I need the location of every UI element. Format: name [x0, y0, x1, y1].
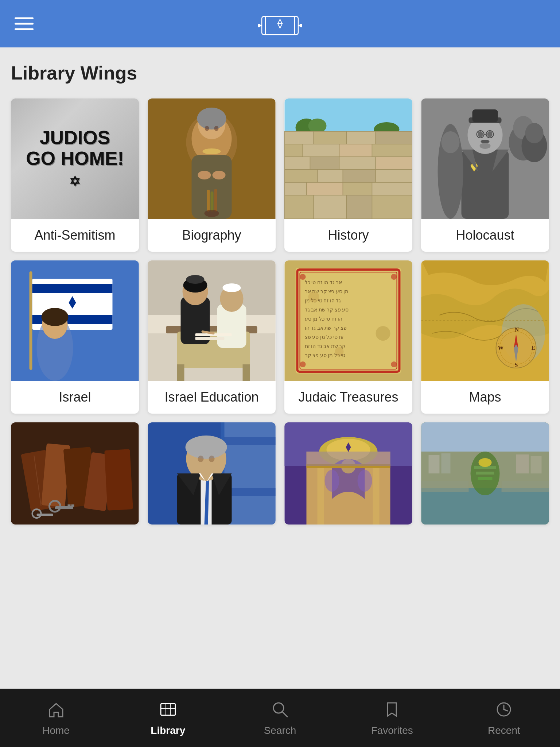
- svg-rect-22: [214, 189, 217, 212]
- svg-text:פצ קר שת אב גד הו: פצ קר שת אב גד הו: [305, 325, 347, 331]
- svg-rect-154: [225, 422, 276, 525]
- card-image-row3-4: [421, 422, 549, 525]
- svg-rect-31: [347, 131, 376, 144]
- card-image-anti-semitism: JUDIOSGO HOME!✡: [11, 98, 139, 219]
- app-logo: [258, 9, 302, 38]
- svg-point-160: [198, 456, 204, 462]
- svg-marker-4: [278, 24, 282, 28]
- menu-button[interactable]: [15, 18, 34, 30]
- svg-rect-147: [71, 504, 74, 507]
- svg-point-17: [214, 126, 219, 131]
- svg-rect-42: [318, 170, 343, 182]
- svg-point-16: [205, 126, 209, 131]
- svg-rect-43: [343, 170, 376, 182]
- card-israel-education[interactable]: Israel Education: [148, 260, 276, 414]
- svg-rect-40: [376, 157, 412, 170]
- svg-point-118: [300, 361, 306, 367]
- svg-point-57: [525, 123, 544, 143]
- card-biography[interactable]: Biography: [148, 98, 276, 252]
- svg-rect-51: [347, 195, 372, 219]
- tab-library[interactable]: Library: [112, 700, 224, 736]
- svg-line-198: [282, 712, 287, 717]
- card-judaic-treasures[interactable]: אב גד הו זח טי כל מן סע פצ קר שת אב גד ה…: [284, 260, 412, 414]
- svg-line-201: [504, 709, 508, 711]
- svg-point-159: [186, 436, 227, 459]
- card-image-judaic-treasures: אב גד הו זח טי כל מן סע פצ קר שת אב גד ה…: [284, 260, 412, 381]
- svg-point-7: [258, 24, 261, 27]
- svg-rect-189: [429, 455, 440, 473]
- card-image-holocaust: [421, 98, 549, 219]
- card-image-row3-1: [11, 422, 139, 525]
- card-image-israel: [11, 260, 139, 381]
- card-israel[interactable]: Israel: [11, 260, 139, 414]
- card-maps[interactable]: N S E W Maps: [421, 260, 549, 414]
- svg-point-18: [198, 171, 211, 179]
- card-image-history: [284, 98, 412, 219]
- svg-point-85: [42, 308, 69, 326]
- tab-search-label: Search: [264, 725, 296, 736]
- favorites-icon: [382, 700, 401, 722]
- svg-point-195: [479, 458, 492, 467]
- card-label-israel: Israel: [11, 381, 139, 414]
- card-image-row3-2: [148, 422, 276, 525]
- home-icon: [47, 700, 66, 722]
- svg-point-19: [213, 171, 226, 179]
- svg-point-99: [223, 283, 241, 292]
- svg-rect-37: [285, 157, 310, 170]
- svg-rect-41: [285, 170, 318, 182]
- svg-point-14: [203, 148, 221, 154]
- svg-rect-145: [55, 506, 73, 509]
- card-image-row3-3: [284, 422, 412, 525]
- svg-rect-79: [32, 284, 113, 293]
- card-row3-2[interactable]: [148, 422, 276, 525]
- svg-rect-142: [104, 449, 133, 510]
- svg-rect-35: [339, 144, 372, 157]
- svg-rect-46: [307, 182, 343, 195]
- card-history[interactable]: History: [284, 98, 412, 252]
- svg-text:סע פצ קר שת אב גד: סע פצ קר שת אב גד: [305, 307, 349, 313]
- svg-rect-192: [531, 456, 542, 473]
- svg-rect-194: [502, 481, 549, 492]
- svg-rect-48: [372, 182, 412, 195]
- tab-home[interactable]: Home: [0, 700, 112, 736]
- card-label-anti-semitism: Anti-Semitism: [11, 219, 139, 252]
- svg-point-178: [358, 470, 372, 492]
- card-holocaust[interactable]: Holocaust: [421, 98, 549, 252]
- svg-rect-47: [343, 182, 372, 195]
- svg-rect-33: [285, 144, 303, 157]
- svg-rect-44: [376, 170, 412, 182]
- svg-point-161: [209, 456, 215, 462]
- svg-point-119: [391, 361, 397, 367]
- tab-favorites[interactable]: Favorites: [336, 700, 448, 736]
- svg-rect-20: [207, 190, 210, 212]
- card-row3-3[interactable]: [284, 422, 412, 525]
- svg-rect-91: [177, 364, 184, 381]
- svg-point-63: [487, 131, 493, 137]
- tab-library-label: Library: [151, 725, 185, 736]
- svg-rect-193: [421, 481, 469, 492]
- svg-rect-101: [195, 337, 225, 340]
- card-label-israel-education: Israel Education: [148, 381, 276, 414]
- card-row3-4[interactable]: [421, 422, 549, 525]
- svg-rect-196: [161, 704, 175, 715]
- library-icon: [159, 700, 178, 722]
- svg-marker-3: [278, 19, 282, 24]
- svg-text:E: E: [532, 345, 536, 351]
- card-image-israel-education: [148, 260, 276, 381]
- svg-text:הו זח טי כל מן סע: הו זח טי כל מן סע: [305, 316, 343, 322]
- card-row3-1[interactable]: [11, 422, 139, 525]
- svg-rect-92: [243, 364, 250, 381]
- page-title: Library Wings: [11, 62, 549, 84]
- svg-point-177: [325, 470, 339, 492]
- svg-rect-179: [307, 452, 390, 466]
- svg-point-67: [481, 140, 490, 143]
- svg-text:W: W: [498, 345, 504, 351]
- tab-search[interactable]: Search: [224, 700, 336, 736]
- svg-rect-49: [285, 195, 314, 219]
- tab-recent[interactable]: Recent: [448, 700, 560, 736]
- svg-rect-58: [462, 150, 509, 219]
- svg-point-74: [442, 131, 460, 153]
- svg-point-26: [308, 119, 327, 133]
- card-anti-semitism[interactable]: JUDIOSGO HOME!✡ Anti-Semitism: [11, 98, 139, 252]
- svg-rect-191: [516, 454, 529, 473]
